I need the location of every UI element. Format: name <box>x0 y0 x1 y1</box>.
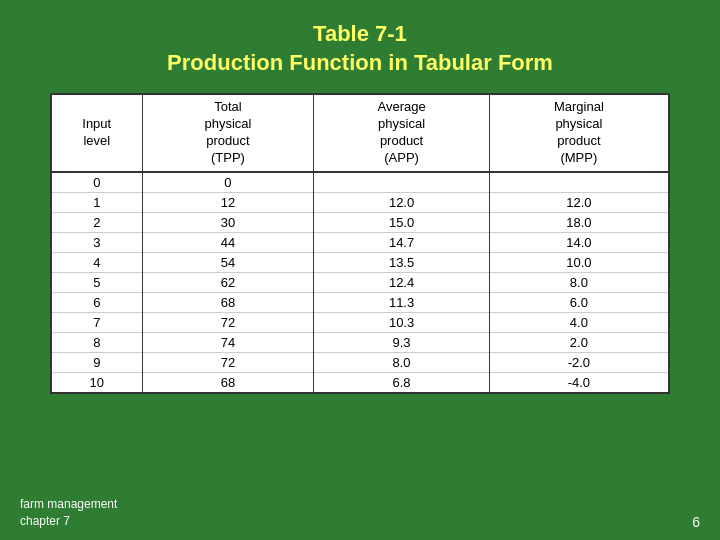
cell-app: 13.5 <box>314 252 489 272</box>
cell-app <box>314 172 489 193</box>
cell-input: 5 <box>52 272 142 292</box>
title-block: Table 7-1 Production Function in Tabular… <box>167 20 553 77</box>
cell-mpp: -4.0 <box>489 372 668 392</box>
table-row: 45413.510.0 <box>52 252 668 272</box>
table-body: 0011212.012.023015.018.034414.714.045413… <box>52 172 668 392</box>
title-line2: Production Function in Tabular Form <box>167 49 553 78</box>
cell-app: 6.8 <box>314 372 489 392</box>
table-header-row: Inputlevel Totalphysicalproduct(TPP) Ave… <box>52 95 668 172</box>
table-row: 77210.34.0 <box>52 312 668 332</box>
cell-input: 3 <box>52 232 142 252</box>
table-row: 8749.32.0 <box>52 332 668 352</box>
table-row: 9728.0-2.0 <box>52 352 668 372</box>
table-row: 34414.714.0 <box>52 232 668 252</box>
footer-line1: farm management <box>20 496 117 513</box>
cell-tpp: 68 <box>142 292 314 312</box>
footer-line2: chapter 7 <box>20 513 117 530</box>
cell-tpp: 30 <box>142 212 314 232</box>
cell-input: 2 <box>52 212 142 232</box>
col-header-mpp: Marginalphysicalproduct(MPP) <box>489 95 668 172</box>
production-table: Inputlevel Totalphysicalproduct(TPP) Ave… <box>52 95 668 392</box>
cell-tpp: 74 <box>142 332 314 352</box>
cell-app: 15.0 <box>314 212 489 232</box>
cell-mpp: 14.0 <box>489 232 668 252</box>
table-row: 00 <box>52 172 668 193</box>
cell-mpp: 10.0 <box>489 252 668 272</box>
cell-app: 12.0 <box>314 192 489 212</box>
cell-input: 1 <box>52 192 142 212</box>
production-table-container: Inputlevel Totalphysicalproduct(TPP) Ave… <box>50 93 670 394</box>
cell-app: 14.7 <box>314 232 489 252</box>
cell-tpp: 12 <box>142 192 314 212</box>
cell-app: 11.3 <box>314 292 489 312</box>
page-number: 6 <box>692 514 700 530</box>
cell-app: 8.0 <box>314 352 489 372</box>
cell-mpp: 6.0 <box>489 292 668 312</box>
table-row: 11212.012.0 <box>52 192 668 212</box>
cell-mpp: 8.0 <box>489 272 668 292</box>
cell-input: 4 <box>52 252 142 272</box>
cell-input: 8 <box>52 332 142 352</box>
cell-tpp: 72 <box>142 312 314 332</box>
cell-mpp: 2.0 <box>489 332 668 352</box>
cell-input: 9 <box>52 352 142 372</box>
page-content: Table 7-1 Production Function in Tabular… <box>0 0 720 404</box>
cell-tpp: 54 <box>142 252 314 272</box>
cell-input: 10 <box>52 372 142 392</box>
cell-tpp: 0 <box>142 172 314 193</box>
col-header-app: Averagephysicalproduct(APP) <box>314 95 489 172</box>
col-header-input: Inputlevel <box>52 95 142 172</box>
cell-input: 0 <box>52 172 142 193</box>
cell-app: 12.4 <box>314 272 489 292</box>
table-row: 56212.48.0 <box>52 272 668 292</box>
title-line1: Table 7-1 <box>167 20 553 49</box>
table-row: 66811.36.0 <box>52 292 668 312</box>
cell-app: 10.3 <box>314 312 489 332</box>
cell-tpp: 62 <box>142 272 314 292</box>
footer: farm management chapter 7 <box>20 496 117 530</box>
cell-tpp: 72 <box>142 352 314 372</box>
cell-mpp: 18.0 <box>489 212 668 232</box>
cell-app: 9.3 <box>314 332 489 352</box>
cell-tpp: 44 <box>142 232 314 252</box>
cell-mpp <box>489 172 668 193</box>
cell-mpp: 4.0 <box>489 312 668 332</box>
cell-mpp: -2.0 <box>489 352 668 372</box>
cell-mpp: 12.0 <box>489 192 668 212</box>
table-row: 23015.018.0 <box>52 212 668 232</box>
table-row: 10686.8-4.0 <box>52 372 668 392</box>
col-header-tpp: Totalphysicalproduct(TPP) <box>142 95 314 172</box>
cell-input: 6 <box>52 292 142 312</box>
cell-tpp: 68 <box>142 372 314 392</box>
cell-input: 7 <box>52 312 142 332</box>
